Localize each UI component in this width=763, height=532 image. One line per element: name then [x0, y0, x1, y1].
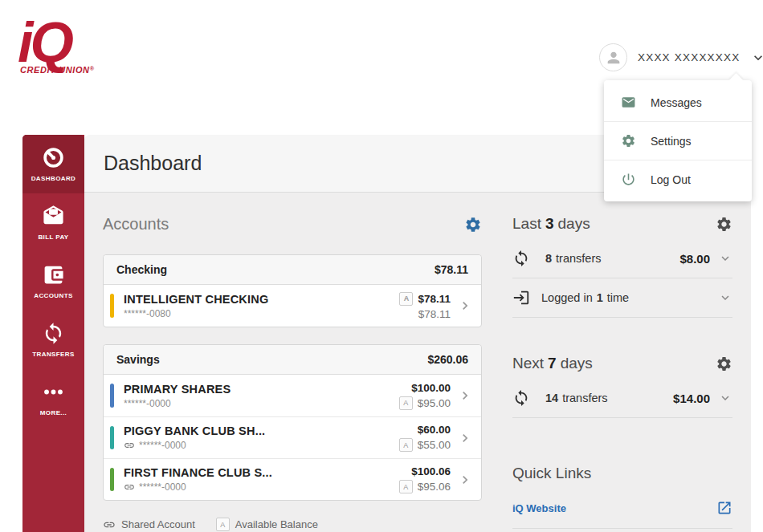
chevron-right-icon: [457, 388, 473, 404]
sidebar-item-label: BILL PAY: [38, 234, 68, 241]
account-name: PIGGY BANK CLUB SH...: [124, 424, 399, 437]
chevron-down-icon[interactable]: [750, 50, 763, 66]
account-number: ******-0000: [124, 398, 399, 409]
balance-primary: A $100.00: [399, 382, 451, 394]
group-total: $260.06: [427, 353, 468, 366]
balance-secondary: A $55.00: [399, 438, 451, 452]
avatar[interactable]: [599, 43, 627, 71]
logo-subtext: CREDIT UNION®: [20, 66, 94, 75]
section-title-next-days: Next7days: [512, 355, 593, 372]
chevron-right-icon: [457, 430, 473, 446]
shared-link-icon: [124, 440, 135, 451]
available-badge: A: [216, 518, 230, 531]
account-number: ******-0000: [124, 481, 399, 493]
menu-item-label: Messages: [651, 96, 702, 109]
activity-row-upcoming-transfers[interactable]: 14transfers $14.00: [512, 379, 732, 418]
menu-item-messages[interactable]: Messages: [604, 83, 752, 121]
balance-primary: A $100.06: [399, 465, 451, 477]
transfer-arrows-icon: [512, 250, 530, 267]
account-row-intelligent-checking[interactable]: INTELLIGENT CHECKING ******-0080 A $78.1…: [104, 285, 481, 327]
quick-links-heading: Quick Links: [512, 465, 732, 482]
sidebar-item-label: MORE...: [40, 409, 67, 416]
balance-secondary: A $95.00: [399, 396, 451, 410]
balance-primary: A $78.11: [399, 292, 451, 306]
last-days-settings-button[interactable]: [716, 216, 732, 233]
login-icon: [512, 289, 530, 307]
group-name: Checking: [116, 263, 167, 276]
group-name: Savings: [116, 353, 160, 366]
link-icon: [103, 518, 116, 531]
legend-item-shared-account: Shared Account: [103, 518, 195, 531]
more-dots-icon: [42, 380, 65, 404]
available-badge: A: [399, 396, 413, 410]
transfer-arrows-icon: [42, 322, 65, 345]
activity-row-transfers[interactable]: 8transfers $8.00: [512, 239, 732, 278]
external-link-icon[interactable]: [716, 500, 732, 516]
account-name: PRIMARY SHARES: [124, 383, 399, 396]
account-name: INTELLIGENT CHECKING: [124, 293, 399, 306]
group-total: $78.11: [435, 263, 468, 276]
chevron-right-icon: [457, 298, 473, 314]
transfer-arrows-icon: [512, 389, 530, 407]
menu-item-logout[interactable]: Log Out: [604, 160, 752, 198]
account-color-bar: [110, 468, 114, 491]
logo-text: iQ: [18, 14, 94, 71]
accounts-legend: Shared Account A Available Balance: [103, 518, 482, 531]
activity-row-text: Logged in1time: [541, 291, 629, 304]
sidebar-item-more[interactable]: MORE...: [22, 369, 84, 428]
account-row-first-finance-club[interactable]: FIRST FINANCE CLUB S... ******-0000 A $1…: [104, 458, 481, 500]
chevron-down-icon[interactable]: [718, 251, 732, 266]
balance-secondary: A $95.06: [399, 480, 451, 493]
available-badge: A: [399, 292, 413, 306]
account-row-piggy-bank-club[interactable]: PIGGY BANK CLUB SH... ******-0000 A $60.…: [104, 416, 481, 458]
balance-primary: A $60.00: [399, 424, 451, 436]
menu-item-label: Settings: [651, 135, 692, 148]
activity-row-text: 8transfers: [541, 252, 602, 265]
row-amount: $14.00: [673, 392, 710, 405]
gauge-icon: [42, 146, 65, 169]
page-title: Dashboard: [104, 152, 202, 175]
group-header: Checking $78.11: [104, 255, 481, 285]
account-color-bar: [110, 384, 114, 408]
menu-item-settings[interactable]: Settings: [604, 121, 752, 160]
accounts-section: Accounts Checking $78.11 INTELLIGENT CHE…: [103, 215, 482, 531]
gear-icon: [464, 216, 482, 234]
section-title-last-days: Last3days: [512, 215, 590, 233]
quick-link-iq-website[interactable]: iQ Website: [512, 492, 732, 529]
sidebar-item-dashboard[interactable]: DASHBOARD: [22, 135, 84, 193]
account-number: ******-0000: [124, 440, 399, 451]
bill-envelope-icon: [42, 205, 65, 228]
activity-last-days: Last3days 8transfers $8.00 Log: [512, 215, 732, 318]
gear-icon: [716, 216, 732, 233]
account-name: FIRST FINANCE CLUB S...: [124, 466, 399, 479]
sidebar-item-transfers[interactable]: TRANSFERS: [22, 311, 84, 369]
chevron-down-icon[interactable]: [718, 391, 732, 405]
legend-item-available-balance: A Available Balance: [216, 518, 318, 531]
group-header: Savings $260.06: [104, 345, 481, 375]
user-menu-trigger[interactable]: XXXX XXXXXXXX: [599, 43, 763, 71]
wallet-icon: [42, 263, 65, 286]
sidebar-item-bill-pay[interactable]: BILL PAY: [22, 193, 84, 252]
shared-link-icon: [124, 481, 135, 493]
quick-link-label[interactable]: iQ Website: [512, 502, 566, 514]
account-number: ******-0080: [124, 308, 399, 319]
accounts-heading: Accounts: [103, 215, 169, 234]
account-group-checking: Checking $78.11 INTELLIGENT CHECKING ***…: [103, 254, 482, 327]
power-icon: [621, 172, 636, 187]
sidebar-item-label: DASHBOARD: [31, 175, 76, 182]
person-icon: [605, 49, 622, 67]
sidebar-item-accounts[interactable]: ACCOUNTS: [22, 252, 84, 311]
account-group-savings: Savings $260.06 PRIMARY SHARES ******-00…: [103, 344, 482, 501]
activity-next-days: Next7days 14transfers $14.00: [512, 355, 732, 418]
chevron-down-icon[interactable]: [718, 290, 732, 305]
envelope-icon: [621, 95, 636, 110]
sidebar-item-label: ACCOUNTS: [34, 292, 73, 299]
user-dropdown-menu: Messages Settings Log Out: [604, 80, 752, 201]
iq-credit-union-logo[interactable]: iQ CREDIT UNION®: [18, 14, 94, 75]
account-row-primary-shares[interactable]: PRIMARY SHARES ******-0000 A $100.00 A $…: [104, 375, 481, 416]
account-color-bar: [110, 426, 114, 449]
next-days-settings-button[interactable]: [716, 355, 732, 372]
accounts-settings-button[interactable]: [464, 216, 482, 234]
quick-links-section: Quick Links iQ Website: [512, 465, 732, 529]
activity-row-logins[interactable]: Logged in1time: [512, 278, 732, 318]
